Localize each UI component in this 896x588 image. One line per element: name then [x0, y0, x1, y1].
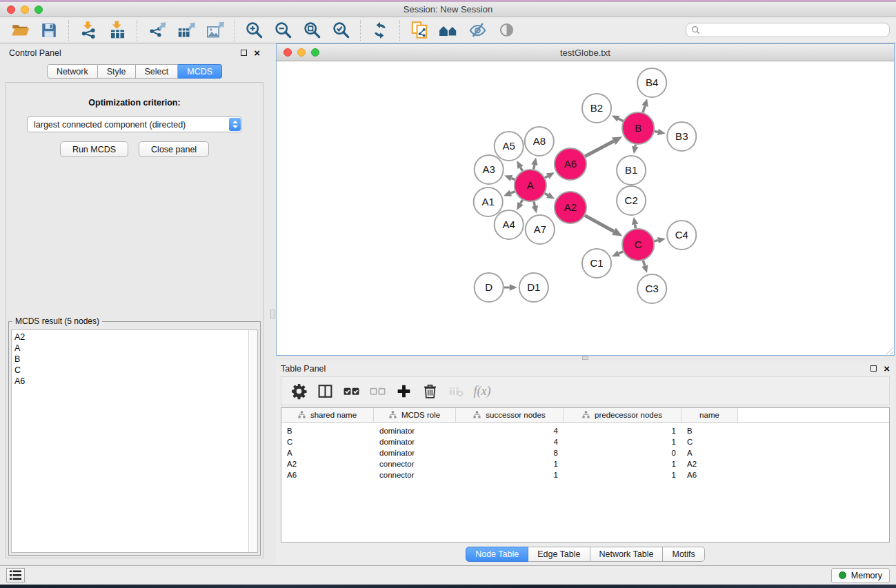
table-row[interactable]: A6connector11A6 [281, 469, 889, 480]
tab-mcds[interactable]: MCDS [178, 64, 222, 79]
graph-node-B2[interactable]: B2 [582, 94, 611, 123]
graph-node-A3[interactable]: A3 [475, 155, 504, 184]
export-network-icon[interactable] [146, 19, 168, 41]
graph-node-B3[interactable]: B3 [667, 122, 696, 151]
graph-edge[interactable] [504, 284, 517, 291]
delete-row-icon[interactable] [419, 380, 440, 402]
graph-edge[interactable] [632, 145, 638, 154]
graph-node-A6[interactable]: A6 [555, 148, 586, 180]
select-stepper-icon[interactable] [229, 118, 241, 131]
tab-select[interactable]: Select [136, 64, 179, 79]
refresh-network-icon[interactable] [369, 19, 391, 41]
memory-button[interactable]: Memory [831, 568, 890, 583]
columns-icon[interactable] [315, 380, 335, 402]
duplicate-network-icon[interactable] [408, 19, 430, 41]
float-panel-icon[interactable] [870, 365, 877, 372]
table-row[interactable]: Cdominator41C [281, 436, 889, 447]
import-network-icon[interactable] [77, 19, 99, 41]
net-minimize-icon[interactable] [297, 48, 306, 57]
graph-node-A[interactable]: A [515, 170, 546, 201]
float-panel-icon[interactable] [241, 50, 247, 56]
add-row-icon[interactable] [393, 380, 414, 402]
result-item[interactable]: A6 [14, 376, 248, 387]
splitter-handle[interactable] [270, 310, 275, 318]
import-table-icon[interactable] [106, 19, 128, 41]
tab-network-table[interactable]: Network Table [590, 547, 664, 562]
zoom-out-icon[interactable] [272, 19, 294, 41]
graph-node-D[interactable]: D [475, 273, 504, 302]
graph-edge[interactable] [612, 115, 624, 121]
graph-edge[interactable] [532, 201, 538, 213]
zoom-in-icon[interactable] [243, 19, 265, 41]
graph-edge[interactable] [504, 190, 515, 196]
graph-node-C2[interactable]: C2 [617, 186, 646, 215]
graph-edge[interactable] [641, 99, 648, 112]
graph-edge[interactable] [641, 261, 648, 273]
column-header[interactable]: predecessor nodes [564, 408, 681, 422]
result-scrollbar[interactable] [248, 330, 257, 552]
column-header[interactable]: successor nodes [456, 408, 564, 422]
graph-edge[interactable] [531, 158, 537, 170]
search-box[interactable] [686, 23, 890, 37]
table-row[interactable]: Adominator80A [281, 447, 889, 458]
net-maximize-icon[interactable] [311, 48, 319, 57]
graph-edge[interactable] [632, 217, 639, 229]
net-close-icon[interactable] [283, 48, 292, 57]
graph-edge[interactable] [655, 129, 666, 135]
graph-node-B1[interactable]: B1 [617, 156, 646, 185]
result-item[interactable]: C [14, 365, 248, 376]
graph-node-C4[interactable]: C4 [667, 221, 696, 250]
graph-node-D1[interactable]: D1 [519, 273, 548, 302]
tab-style[interactable]: Style [98, 64, 136, 79]
search-input[interactable] [703, 26, 884, 35]
graph-node-B[interactable]: B [622, 112, 654, 144]
show-all-icon[interactable] [495, 19, 517, 41]
graph-node-A7[interactable]: A7 [526, 215, 555, 244]
minimize-window-icon[interactable] [21, 6, 29, 14]
graph-edge[interactable] [517, 200, 523, 210]
network-canvas[interactable]: B4B2BB3A5A8A6A3B1AC2A1A2A4A7CC4C1C3DD1 [277, 61, 894, 355]
graph-edge[interactable] [585, 216, 622, 236]
column-header[interactable]: name [681, 408, 738, 422]
table-row[interactable]: Bdominator41B [281, 425, 889, 436]
criterion-select[interactable]: largest connected component (directed) [27, 116, 242, 132]
column-header[interactable]: shared name [281, 408, 374, 422]
graph-edge[interactable] [517, 161, 523, 171]
first-neighbors-icon[interactable] [437, 19, 459, 41]
graph-node-C3[interactable]: C3 [637, 274, 666, 303]
result-item[interactable]: A [14, 343, 248, 354]
result-item[interactable]: A2 [14, 332, 248, 343]
save-session-icon[interactable] [38, 19, 60, 41]
splitter-handle[interactable] [582, 356, 588, 360]
hide-selected-icon[interactable] [466, 19, 488, 41]
table-row[interactable]: A2connector11A2 [281, 458, 889, 469]
tab-node-table[interactable]: Node Table [466, 547, 528, 562]
graph-node-A2[interactable]: A2 [555, 192, 586, 223]
column-header[interactable]: MCDS role [374, 408, 456, 422]
tab-network[interactable]: Network [47, 64, 98, 79]
task-history-button[interactable] [6, 568, 25, 582]
zoom-fit-icon[interactable] [301, 19, 323, 41]
graph-edge[interactable] [504, 175, 515, 181]
open-session-icon[interactable] [9, 19, 31, 41]
close-panel-button[interactable]: Close panel [139, 141, 209, 157]
settings-icon[interactable] [288, 380, 309, 402]
run-mcds-button[interactable]: Run MCDS [60, 141, 128, 157]
close-panel-icon[interactable] [884, 365, 890, 372]
tab-motifs[interactable]: Motifs [663, 547, 704, 562]
graph-node-C1[interactable]: C1 [582, 249, 611, 278]
graph-node-A1[interactable]: A1 [474, 187, 503, 216]
graph-node-A8[interactable]: A8 [525, 127, 554, 156]
graph-node-A5[interactable]: A5 [495, 132, 524, 161]
zoom-selected-icon[interactable] [330, 19, 352, 41]
result-item[interactable]: B [14, 354, 248, 365]
graph-node-A4[interactable]: A4 [495, 210, 524, 239]
horizontal-splitter[interactable] [276, 356, 895, 361]
select-all-icon[interactable] [341, 380, 361, 402]
graph-edge[interactable] [545, 172, 555, 179]
graph-node-C[interactable]: C [622, 229, 654, 261]
graph-edge[interactable] [655, 237, 666, 243]
graph-node-B4[interactable]: B4 [637, 68, 666, 97]
export-image-icon[interactable] [203, 19, 226, 41]
graph-edge[interactable] [545, 192, 555, 199]
